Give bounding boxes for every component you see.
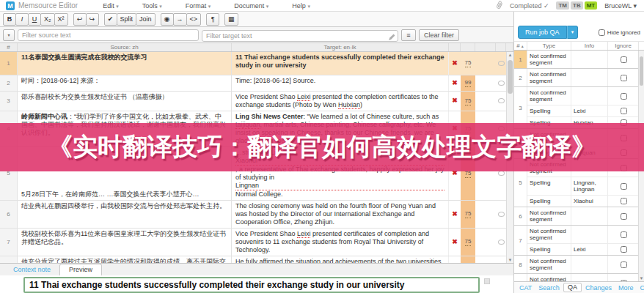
show-whitespace-button[interactable]: ¶ xyxy=(206,13,219,26)
run-qa-dropdown[interactable]: ▼ xyxy=(567,26,579,39)
reject-icon[interactable]: ✖ xyxy=(452,79,458,87)
match-score[interactable]: 99 xyxy=(465,78,472,87)
target-cell[interactable]: Time: [2018-06-12] Source. xyxy=(232,75,449,91)
source-cell[interactable]: 邵乐喜副校长为交换生颁发结业证书 （温惠佛摄） xyxy=(18,92,232,111)
bold-button[interactable]: B xyxy=(3,13,16,26)
side-tab-changes[interactable]: Changes xyxy=(582,283,615,292)
settings-icon[interactable]: ◉ xyxy=(161,13,174,26)
filter-options-dropdown[interactable]: ▾ xyxy=(3,29,15,41)
comment-icon[interactable] xyxy=(498,81,505,86)
target-filter-input[interactable] xyxy=(202,30,398,42)
match-score[interactable]: 75 xyxy=(465,59,472,67)
menu-help[interactable]: Help ▾ xyxy=(292,2,310,10)
tm-badge[interactable]: TM xyxy=(556,1,569,10)
run-job-qa-button[interactable]: Run job QA ▼ xyxy=(518,26,578,39)
side-tab-cat[interactable]: CAT xyxy=(516,283,535,292)
attachment-icon[interactable] xyxy=(493,0,505,13)
hide-ignored-toggle[interactable]: Hide ignored xyxy=(599,29,640,36)
menu-format[interactable]: Format ▾ xyxy=(186,2,211,10)
confirm-segment-button[interactable]: ✔ xyxy=(104,13,117,26)
reject-icon[interactable]: ✖ xyxy=(452,59,458,67)
ignore-checkbox[interactable] xyxy=(621,231,627,238)
split-button[interactable]: Split xyxy=(117,13,137,26)
menu-tools[interactable]: Tools ▾ xyxy=(142,2,162,10)
qa-item[interactable]: Not confirmed segment xyxy=(527,274,644,281)
target-cell[interactable]: Vice President Shao Leixi presented the … xyxy=(232,92,449,111)
join-button[interactable]: Join xyxy=(136,13,155,26)
redo-button[interactable]: ↪ xyxy=(86,13,99,26)
qa-item[interactable]: SpellingLingnan, Lingnan xyxy=(527,177,644,196)
reject-icon[interactable]: ✖ xyxy=(452,238,458,246)
match-score[interactable]: 75 xyxy=(465,237,472,246)
qa-item[interactable]: Not confirmed segment xyxy=(527,51,644,68)
ignore-checkbox[interactable] xyxy=(621,183,627,190)
scroll-up-icon[interactable]: ▲ xyxy=(507,53,513,57)
tab-preview[interactable]: Preview xyxy=(59,264,102,276)
qa-item[interactable]: Not confirmed segment xyxy=(527,207,644,225)
layout-button[interactable]: ▦ xyxy=(224,13,238,26)
undo-button[interactable]: ↩ xyxy=(73,13,87,26)
match-score[interactable]: 75 xyxy=(465,209,472,218)
menu-document[interactable]: Document ▾ xyxy=(234,2,268,10)
ignore-checkbox[interactable] xyxy=(621,280,627,282)
subscript-button[interactable]: X₂ xyxy=(40,13,55,26)
qa-item[interactable]: SpellingXiaohui xyxy=(527,196,644,207)
source-cell[interactable]: 11名泰国交换生圆满完成在我校的交流学习 xyxy=(18,52,232,75)
side-tab-more[interactable]: More xyxy=(615,283,637,292)
scrollbar-thumb[interactable] xyxy=(640,56,643,86)
ignore-checkbox[interactable] xyxy=(621,198,627,204)
qa-item[interactable]: Not confirmed segment xyxy=(527,256,644,273)
qa-item[interactable]: SpellingLeixi xyxy=(527,244,644,255)
ignore-checkbox[interactable] xyxy=(621,75,627,81)
reject-icon[interactable]: ✖ xyxy=(452,97,458,105)
qa-item[interactable]: Not confirmed segment xyxy=(527,226,644,244)
target-cell[interactable]: 11 Thai exchange students successfully c… xyxy=(232,52,449,75)
hide-ignored-checkbox[interactable] xyxy=(599,29,605,36)
source-cell[interactable]: 我校副校长邵乐喜为11位来自泰国皇家理工大学的交换生颁发结业证书并赠送纪念品。 xyxy=(18,229,232,256)
source-cell[interactable]: 结业典礼在鹏园四楼举行，由我校国际交流与合作处郑志军处长主持。 xyxy=(18,201,232,228)
scrollbar-thumb[interactable] xyxy=(508,60,513,94)
scroll-down-icon[interactable]: ▼ xyxy=(507,258,513,262)
scroll-down-icon[interactable]: ▼ xyxy=(639,276,644,281)
source-filter-input[interactable] xyxy=(18,29,199,41)
reject-icon[interactable]: ✖ xyxy=(452,210,458,218)
ignore-checkbox[interactable] xyxy=(621,246,627,253)
source-cell[interactable]: 时间：[2018-06-12] 来源： xyxy=(18,75,232,91)
insert-tag-button[interactable]: <> xyxy=(186,13,202,26)
superscript-button[interactable]: X² xyxy=(54,13,68,26)
user-menu[interactable]: BruceWL ▾ xyxy=(604,2,637,10)
comment-icon[interactable] xyxy=(498,240,505,245)
mt-badge[interactable]: MT xyxy=(585,1,598,10)
qa-num-header[interactable]: #▲ xyxy=(514,42,527,50)
ignore-checkbox[interactable] xyxy=(621,93,627,100)
side-tab-comments[interactable]: Comments xyxy=(637,283,644,292)
qa-ignore-header[interactable]: Ignore xyxy=(608,42,639,50)
tab-context-note[interactable]: Context note xyxy=(7,264,56,275)
menu-edit[interactable]: Edit ▾ xyxy=(103,2,119,10)
qa-type-header[interactable]: Type xyxy=(527,42,571,50)
target-cell[interactable]: Vice President Shao Leixi presented cert… xyxy=(232,229,449,256)
ignore-checkbox[interactable] xyxy=(621,108,627,114)
match-score[interactable]: 75 xyxy=(465,97,472,105)
underline-button[interactable]: U xyxy=(28,13,41,26)
comment-icon[interactable] xyxy=(498,171,505,176)
clear-filter-button[interactable]: Clear filter xyxy=(419,29,459,41)
completed-toggle[interactable]: Completed ✓ xyxy=(510,2,549,10)
resize-handle[interactable] xyxy=(484,278,490,284)
qa-item[interactable]: Not confirmed segment xyxy=(527,87,644,105)
target-cell[interactable]: The closing ceremony was held on the fou… xyxy=(232,201,449,228)
qa-item[interactable]: SpellingLeixi xyxy=(527,105,644,117)
ignore-checkbox[interactable] xyxy=(621,262,627,268)
ignore-checkbox[interactable] xyxy=(621,56,627,63)
qa-info-header[interactable]: Info xyxy=(571,42,608,50)
segment-list-button[interactable]: ≡ xyxy=(401,29,416,41)
tb-badge[interactable]: TB xyxy=(571,1,583,10)
qa-item[interactable]: Not confirmed segment xyxy=(527,69,644,86)
comment-icon[interactable] xyxy=(498,98,505,103)
ignore-checkbox[interactable] xyxy=(621,213,627,220)
target-cell[interactable]: He fully affirmed the situation and achi… xyxy=(232,256,449,264)
italic-button[interactable]: I xyxy=(15,13,29,26)
source-cell[interactable]: 他充分肯定了两校过去互派留学生的情况和取得的成绩，离不开国际交流与合作处在搭建两… xyxy=(18,256,232,264)
side-tab-search[interactable]: Search xyxy=(535,283,563,292)
goto-next-button[interactable]: → xyxy=(173,13,187,26)
